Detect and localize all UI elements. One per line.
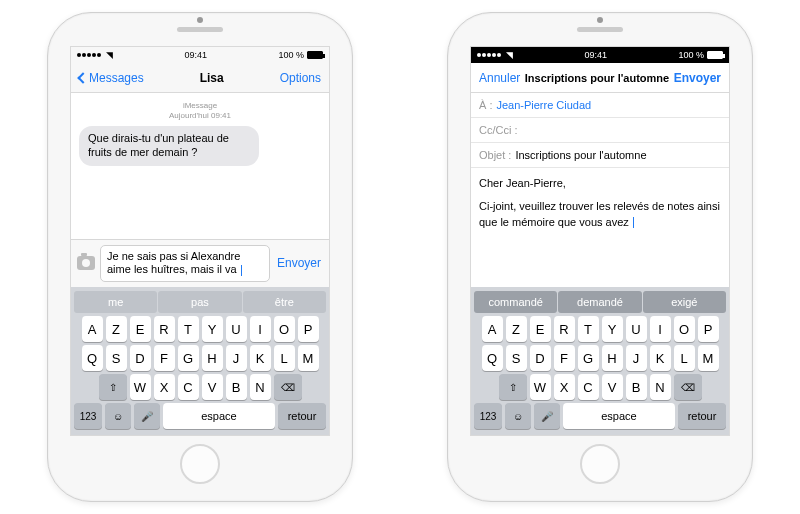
key-h[interactable]: H bbox=[202, 345, 223, 371]
key-q[interactable]: Q bbox=[482, 345, 503, 371]
key-row-2: QSDFGHJKLM bbox=[74, 345, 326, 371]
key-b[interactable]: B bbox=[626, 374, 647, 400]
key-k[interactable]: K bbox=[650, 345, 671, 371]
message-input[interactable]: Je ne sais pas si Alexandre aime les huî… bbox=[100, 245, 270, 283]
numbers-key[interactable]: 123 bbox=[74, 403, 102, 429]
send-button[interactable]: Envoyer bbox=[275, 256, 323, 270]
key-o[interactable]: O bbox=[674, 316, 695, 342]
chevron-left-icon bbox=[77, 72, 88, 83]
emoji-key[interactable]: ☺ bbox=[505, 403, 531, 429]
return-key[interactable]: retour bbox=[278, 403, 326, 429]
key-n[interactable]: N bbox=[650, 374, 671, 400]
key-a[interactable]: A bbox=[82, 316, 103, 342]
key-z[interactable]: Z bbox=[506, 316, 527, 342]
key-p[interactable]: P bbox=[698, 316, 719, 342]
key-d[interactable]: D bbox=[130, 345, 151, 371]
return-key[interactable]: retour bbox=[678, 403, 726, 429]
key-j[interactable]: J bbox=[226, 345, 247, 371]
emoji-key[interactable]: ☺ bbox=[105, 403, 131, 429]
key-v[interactable]: V bbox=[202, 374, 223, 400]
key-o[interactable]: O bbox=[274, 316, 295, 342]
key-h[interactable]: H bbox=[602, 345, 623, 371]
key-e[interactable]: E bbox=[530, 316, 551, 342]
backspace-key[interactable]: ⌫ bbox=[674, 374, 702, 400]
dictation-key[interactable]: 🎤 bbox=[134, 403, 160, 429]
key-s[interactable]: S bbox=[506, 345, 527, 371]
key-w[interactable]: W bbox=[530, 374, 551, 400]
key-i[interactable]: I bbox=[650, 316, 671, 342]
key-m[interactable]: M bbox=[698, 345, 719, 371]
key-f[interactable]: F bbox=[154, 345, 175, 371]
shift-key[interactable]: ⇧ bbox=[499, 374, 527, 400]
key-c[interactable]: C bbox=[178, 374, 199, 400]
home-button[interactable] bbox=[580, 444, 620, 484]
key-g[interactable]: G bbox=[578, 345, 599, 371]
to-value[interactable]: Jean-Pierre Ciudad bbox=[496, 99, 591, 111]
key-y[interactable]: Y bbox=[202, 316, 223, 342]
backspace-key[interactable]: ⌫ bbox=[274, 374, 302, 400]
key-c[interactable]: C bbox=[578, 374, 599, 400]
thread-meta: iMessage Aujourd'hui 09:41 bbox=[79, 101, 321, 120]
key-w[interactable]: W bbox=[130, 374, 151, 400]
status-bar: ◥ 09:41 100 % bbox=[71, 47, 329, 63]
key-u[interactable]: U bbox=[626, 316, 647, 342]
space-key[interactable]: espace bbox=[163, 403, 275, 429]
key-y[interactable]: Y bbox=[602, 316, 623, 342]
prediction-3[interactable]: exigé bbox=[643, 291, 726, 313]
key-t[interactable]: T bbox=[578, 316, 599, 342]
mail-title: Inscriptions pour l'automne bbox=[520, 72, 673, 84]
key-l[interactable]: L bbox=[274, 345, 295, 371]
key-m[interactable]: M bbox=[298, 345, 319, 371]
conversation-title[interactable]: Lisa bbox=[200, 71, 224, 85]
key-g[interactable]: G bbox=[178, 345, 199, 371]
incoming-message-bubble[interactable]: Que dirais-tu d'un plateau de fruits de … bbox=[79, 126, 259, 166]
subject-row[interactable]: Objet : Inscriptions pour l'automne bbox=[471, 143, 729, 168]
key-k[interactable]: K bbox=[250, 345, 271, 371]
prediction-3[interactable]: être bbox=[243, 291, 326, 313]
back-button[interactable]: Messages bbox=[79, 71, 144, 85]
key-l[interactable]: L bbox=[674, 345, 695, 371]
key-n[interactable]: N bbox=[250, 374, 271, 400]
text-cursor bbox=[633, 217, 634, 228]
conversation-area[interactable]: iMessage Aujourd'hui 09:41 Que dirais-tu… bbox=[71, 93, 329, 239]
prediction-1[interactable]: me bbox=[74, 291, 157, 313]
key-r[interactable]: R bbox=[154, 316, 175, 342]
space-key[interactable]: espace bbox=[563, 403, 675, 429]
wifi-icon: ◥ bbox=[106, 50, 113, 60]
key-row-2: QSDFGHJKLM bbox=[474, 345, 726, 371]
key-u[interactable]: U bbox=[226, 316, 247, 342]
prediction-2[interactable]: demandé bbox=[558, 291, 641, 313]
key-p[interactable]: P bbox=[298, 316, 319, 342]
key-x[interactable]: X bbox=[154, 374, 175, 400]
home-button[interactable] bbox=[180, 444, 220, 484]
messages-navbar: Messages Lisa Options bbox=[71, 63, 329, 93]
prediction-2[interactable]: pas bbox=[158, 291, 241, 313]
key-e[interactable]: E bbox=[130, 316, 151, 342]
shift-key[interactable]: ⇧ bbox=[99, 374, 127, 400]
mail-body-editor[interactable]: Cher Jean-Pierre, Ci-joint, veuillez tro… bbox=[471, 168, 729, 238]
prediction-1[interactable]: commandé bbox=[474, 291, 557, 313]
wifi-icon: ◥ bbox=[506, 50, 513, 60]
send-button[interactable]: Envoyer bbox=[674, 71, 721, 85]
key-x[interactable]: X bbox=[554, 374, 575, 400]
cancel-button[interactable]: Annuler bbox=[479, 71, 520, 85]
key-t[interactable]: T bbox=[178, 316, 199, 342]
key-f[interactable]: F bbox=[554, 345, 575, 371]
numbers-key[interactable]: 123 bbox=[474, 403, 502, 429]
key-row-3: ⇧ WXCVBN ⌫ bbox=[474, 374, 726, 400]
key-a[interactable]: A bbox=[482, 316, 503, 342]
key-b[interactable]: B bbox=[226, 374, 247, 400]
key-j[interactable]: J bbox=[626, 345, 647, 371]
key-v[interactable]: V bbox=[602, 374, 623, 400]
key-i[interactable]: I bbox=[250, 316, 271, 342]
key-d[interactable]: D bbox=[530, 345, 551, 371]
key-z[interactable]: Z bbox=[106, 316, 127, 342]
to-row[interactable]: À : Jean-Pierre Ciudad bbox=[471, 93, 729, 118]
camera-icon[interactable] bbox=[77, 256, 95, 270]
cc-row[interactable]: Cc/Cci : bbox=[471, 118, 729, 143]
options-button[interactable]: Options bbox=[280, 71, 321, 85]
key-r[interactable]: R bbox=[554, 316, 575, 342]
key-q[interactable]: Q bbox=[82, 345, 103, 371]
dictation-key[interactable]: 🎤 bbox=[534, 403, 560, 429]
key-s[interactable]: S bbox=[106, 345, 127, 371]
